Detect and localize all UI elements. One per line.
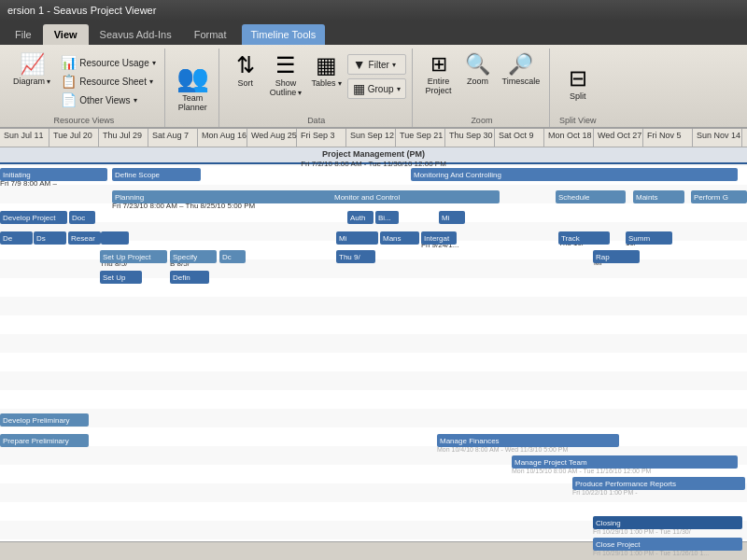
bar-maints[interactable]: Maints [633, 190, 684, 203]
bar-auth[interactable]: Auth [347, 211, 374, 224]
date-col-2: Thu Jul 29 [99, 129, 148, 147]
bar-research[interactable]: Resear [68, 231, 101, 245]
btn-resource-sheet[interactable]: 📋 Resource Sheet ▾ [58, 73, 158, 90]
project-label: Project Management (PM) Fri 7/2/10 8:00 … [0, 149, 747, 168]
bar-ds-1[interactable]: Ds [34, 231, 66, 245]
btn-zoom[interactable]: 🔍 Zoom [459, 52, 497, 88]
btn-group[interactable]: ▦ Group ▾ [347, 78, 406, 99]
bar-bi[interactable]: Bi... [375, 211, 399, 224]
team-planner-label: TeamPlanner [178, 93, 207, 112]
bar-summ[interactable]: Summ [626, 231, 672, 245]
bar-develop-project[interactable]: Develop Project [0, 211, 67, 224]
data-group-label: Data [307, 116, 325, 127]
btn-team-planner[interactable]: 👥 TeamPlanner [173, 63, 213, 114]
tab-addins[interactable]: Seavus Add-Ins [89, 24, 183, 45]
sort-icon: ⇅ [236, 54, 255, 77]
btn-show-outline[interactable]: ☰ ShowOutline [266, 52, 306, 99]
sort-label: Sort [237, 78, 253, 88]
date-col-5: Wed Aug 25 [247, 129, 297, 147]
ribbon-tabs: File View Seavus Add-Ins Format Timeline… [0, 21, 747, 45]
bar-defin[interactable]: Defin [170, 271, 209, 284]
timescale-icon: 🔎 [508, 54, 533, 75]
resource-sheet-icon: 📋 [61, 74, 77, 89]
btn-other-views[interactable]: 📄 Other Views ▾ [58, 91, 158, 108]
timeline-content[interactable]: Project Management (PM) Fri 7/2/10 8:00 … [0, 147, 747, 558]
bar-mi[interactable]: Mi [439, 211, 465, 224]
bar-closing[interactable]: Closing [593, 516, 742, 529]
group-data: ⇅ Sort ☰ ShowOutline ▦ Tables ▼ Filter ▾… [221, 49, 413, 127]
date-col-14: Sun Nov 14 [693, 129, 742, 147]
bar-produce-reports[interactable]: Produce Performance Reports [572, 477, 745, 490]
date-col-8: Tue Sep 21 [396, 129, 445, 147]
btn-sort[interactable]: ⇅ Sort [227, 52, 264, 90]
diagram-icon: 📈 [20, 54, 45, 75]
bar-specify[interactable]: Specify [170, 250, 217, 263]
bar-develop-prelim[interactable]: Develop Preliminary [0, 413, 89, 427]
resource-views-label: Resource Views [53, 116, 114, 127]
date-col-1: Tue Jul 20 [49, 129, 99, 147]
tab-format[interactable]: Format [183, 24, 238, 45]
bar-intergat[interactable]: Intergat [421, 231, 457, 245]
row-bg-13 [0, 390, 747, 409]
bar-close-project[interactable]: Close Project [593, 538, 742, 551]
filter-arrow: ▾ [392, 61, 396, 69]
bar-define-scope[interactable]: Define Scope [112, 168, 201, 181]
btn-diagram[interactable]: 📈 Diagram [9, 52, 54, 88]
bar-setup-project[interactable]: Set Up Project [100, 250, 167, 263]
tab-file[interactable]: File [4, 24, 43, 45]
bar-thu9[interactable]: Thu 9/ [336, 250, 375, 263]
bar-manage-finances-dates: Mon 10/4/10 8:00 AM - Wed 11/3/10 5:00 P… [437, 446, 568, 453]
tab-view[interactable]: View [43, 24, 89, 45]
bar-cp-dates: Fri 10/29/10 1:00 PM - Tue 11/26/10 1... [593, 550, 709, 556]
date-col-0: Sun Jul 11 [0, 129, 49, 147]
bar-planning[interactable]: Planning [112, 190, 345, 203]
entire-project-icon: ⊞ [430, 54, 447, 75]
bar-dc[interactable]: Dc [219, 250, 246, 263]
bar-mpt-dates: Mon 10/15/10 8:00 AM - Tue 11/16/10 12:0… [512, 468, 651, 474]
row-bg-10 [0, 334, 747, 353]
bar-manage-finances[interactable]: Manage Finances [437, 434, 619, 447]
btn-split[interactable]: ⊟ Split [559, 65, 597, 103]
bar-dev-1[interactable]: De [0, 231, 33, 245]
tab-timeline-tools[interactable]: Timeline Tools [242, 24, 326, 45]
bar-rep[interactable]: Rap [593, 250, 640, 263]
btn-resource-usage[interactable]: 📊 Resource Usage ▾ [58, 54, 158, 71]
bar-manage-project-team[interactable]: Manage Project Team [512, 455, 738, 469]
bar-track[interactable]: Track [558, 231, 610, 245]
show-outline-icon: ☰ [275, 54, 296, 77]
entire-project-label: EntireProject [426, 77, 452, 95]
bar-setup-sub[interactable]: Set Up [100, 271, 142, 284]
data-filter-column: ▼ Filter ▾ ▦ Group ▾ [347, 52, 406, 99]
bar-mans[interactable]: Mans [380, 231, 419, 245]
group-zoom: ⊞ EntireProject 🔍 Zoom 🔎 Timescale Zoom [415, 49, 551, 127]
bar-monitoring[interactable]: Monitoring And Controlling [411, 168, 738, 181]
resource-views-column: 📊 Resource Usage ▾ 📋 Resource Sheet ▾ 📄 … [58, 52, 158, 108]
bar-small-1[interactable] [101, 231, 129, 245]
bar-initiating[interactable]: Initiating [0, 168, 107, 181]
date-col-10: Sat Oct 9 [495, 129, 544, 147]
date-col-7: Sun Sep 12 [346, 129, 396, 147]
bar-mi-2[interactable]: Mi [336, 231, 378, 245]
btn-entire-project[interactable]: ⊞ EntireProject [420, 52, 458, 97]
resource-usage-icon: 📊 [61, 55, 77, 70]
btn-tables[interactable]: ▦ Tables [308, 52, 345, 90]
filter-label: Filter [369, 60, 389, 70]
zoom-group-label: Zoom [471, 116, 492, 127]
group-arrow: ▾ [397, 85, 401, 93]
btn-timescale[interactable]: 🔎 Timescale [499, 52, 544, 88]
tables-icon: ▦ [316, 54, 337, 77]
timeline-header: Sun Jul 11 Tue Jul 20 Thu Jul 29 Sat Aug… [0, 129, 747, 147]
resource-sheet-label: Resource Sheet [79, 77, 147, 87]
bar-schedule[interactable]: Schedule [556, 190, 626, 203]
bar-prepare-prelim[interactable]: Prepare Preliminary [0, 434, 89, 447]
row-bg-15 [0, 427, 747, 446]
bar-closing-dates: Fri 10/29/10 1:00 PM - Tue 11/30/ [593, 528, 691, 535]
bar-perform-g[interactable]: Perform G [691, 190, 747, 203]
bar-monitor-control[interactable]: Monitor and Control [331, 190, 500, 203]
btn-filter[interactable]: ▼ Filter ▾ [347, 54, 406, 75]
group-resource-views: 📈 Diagram 📊 Resource Usage ▾ 📋 Resource … [4, 49, 165, 127]
tables-label: Tables [312, 78, 342, 88]
row-bg-8 [0, 297, 747, 315]
other-views-arrow: ▾ [134, 96, 137, 105]
bar-doc[interactable]: Doc [69, 211, 95, 224]
